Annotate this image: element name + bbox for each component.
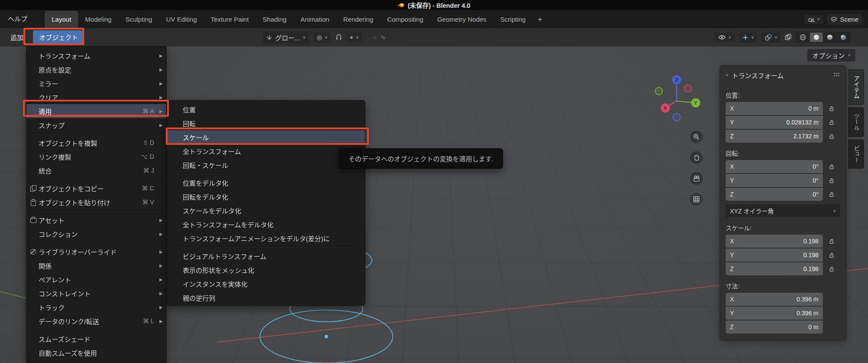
menu-item-apply[interactable]: 適用⌘ A▶: [26, 104, 166, 118]
tab-shading[interactable]: Shading: [256, 11, 293, 28]
shading-wireframe-button[interactable]: [796, 33, 809, 42]
submenu-item-location-to-deltas[interactable]: 位置をデルタ化: [167, 176, 365, 190]
add-workspace-button[interactable]: +: [533, 11, 547, 28]
panel-drag-handle[interactable]: [834, 73, 840, 77]
scale-y-lock[interactable]: [823, 252, 840, 258]
scale-x-field[interactable]: X 0.198: [726, 235, 823, 248]
sidebar-tab-item[interactable]: アイテム: [848, 69, 864, 105]
tab-layout[interactable]: Layout: [45, 11, 78, 28]
menu-item-relations[interactable]: 関係▶: [26, 258, 166, 272]
rotation-x-field[interactable]: X 0°: [726, 160, 823, 173]
tab-modeling[interactable]: Modeling: [78, 11, 118, 28]
xray-toggle-icon[interactable]: [785, 34, 792, 41]
panel-collapse-icon[interactable]: ∨: [726, 73, 729, 77]
tab-texture-paint[interactable]: Texture Paint: [204, 11, 256, 28]
menu-item-library-override[interactable]: ライブラリオーバーライド▶: [26, 245, 166, 258]
proportional-editing-icon[interactable]: ○: [372, 34, 376, 40]
camera-view-button[interactable]: [690, 172, 703, 185]
scale-z-field[interactable]: Z 0.198: [726, 262, 823, 275]
shading-solid-button[interactable]: [810, 33, 823, 42]
rotation-mode-dropdown[interactable]: XYZ オイラー角 ∨: [726, 204, 840, 217]
view-axis-gizmo[interactable]: Z Y X: [651, 75, 703, 127]
sidebar-tab-tool[interactable]: ツール: [848, 107, 864, 137]
location-y-lock[interactable]: [823, 120, 840, 125]
menu-item-shade-smooth[interactable]: スムーズシェード: [26, 332, 166, 346]
location-y-field[interactable]: Y 0.028132 m: [726, 116, 823, 129]
gizmos-dropdown[interactable]: ∨: [739, 33, 758, 43]
submenu-item-rotation-to-deltas[interactable]: 回転をデルタ化: [167, 190, 365, 203]
submenu-item-apply-rotation[interactable]: 回転: [167, 116, 365, 130]
object-visibility-dropdown[interactable]: ∨: [715, 33, 735, 42]
zoom-button[interactable]: [690, 131, 703, 143]
submenu-item-apply-scale[interactable]: スケール: [167, 130, 365, 144]
tab-compositing[interactable]: Compositing: [380, 11, 430, 28]
axis-neg-z-ball[interactable]: [673, 114, 681, 121]
menu-item-shade-auto-smooth[interactable]: 自動スムーズを使用: [26, 346, 166, 360]
scale-x-lock[interactable]: [823, 239, 840, 244]
menu-item-track[interactable]: トラック▶: [26, 300, 166, 314]
submenu-item-apply-all-transforms[interactable]: 全トランスフォーム: [167, 144, 365, 158]
snap-magnet-icon[interactable]: [335, 34, 342, 41]
location-x-lock[interactable]: [823, 106, 840, 111]
pan-button[interactable]: [690, 151, 703, 164]
scene-browse-dropdown[interactable]: ∨: [805, 15, 824, 24]
menu-item-constraints[interactable]: コンストレイント▶: [26, 286, 166, 300]
axis-neg-y-ball[interactable]: [655, 88, 663, 95]
menu-item-snap[interactable]: スナップ▶: [26, 118, 166, 132]
submenu-item-parent-inverse[interactable]: 親の逆行列: [167, 291, 365, 304]
ortho-grid-button[interactable]: [690, 193, 703, 206]
menu-item-link-transfer-data[interactable]: データのリンク/転送⌘ L▶: [26, 314, 166, 328]
rotation-x-lock[interactable]: [823, 164, 840, 170]
menu-item-parent[interactable]: ペアレント▶: [26, 272, 166, 286]
menu-item-asset[interactable]: アセット▶: [26, 213, 166, 227]
proportional-falloff-icon[interactable]: ∿: [381, 34, 386, 40]
rotation-y-field[interactable]: Y 0°: [726, 174, 823, 187]
scale-z-lock[interactable]: [823, 266, 840, 272]
transform-panel-header[interactable]: ∨ トランスフォーム: [726, 65, 840, 85]
dimensions-z-field[interactable]: Z 0 m: [726, 320, 823, 334]
menu-help[interactable]: ヘルプ: [2, 10, 33, 28]
options-dropdown[interactable]: オプション ∨: [807, 49, 855, 62]
menu-item-mirror[interactable]: ミラー▶: [26, 76, 166, 90]
tab-scripting[interactable]: Scripting: [493, 11, 533, 28]
pivot-point-dropdown[interactable]: ◎ ∨: [313, 33, 331, 42]
submenu-item-visual-transform[interactable]: ビジュアルトランスフォーム: [167, 249, 365, 263]
scale-y-field[interactable]: Y 0.198: [726, 249, 823, 262]
menu-item-transform[interactable]: トランスフォーム▶: [26, 49, 166, 62]
tab-uv-editing[interactable]: UV Editing: [159, 11, 204, 28]
menu-item-duplicate-linked[interactable]: リンク複製⌥ D: [26, 150, 166, 164]
scene-name-field[interactable]: Scene: [827, 14, 862, 25]
submenu-item-make-instances-real[interactable]: インスタンスを実体化: [167, 277, 365, 291]
submenu-item-apply-rotation-scale[interactable]: 回転・スケール: [167, 158, 365, 172]
submenu-item-scale-to-deltas[interactable]: スケールをデルタ化: [167, 203, 365, 217]
tab-animation[interactable]: Animation: [293, 11, 336, 28]
axis-neg-x-ball[interactable]: [684, 85, 692, 92]
add-menu-button[interactable]: 追加: [6, 30, 28, 44]
object-origin-dot[interactable]: [325, 335, 328, 338]
submenu-item-visual-geometry-to-mesh[interactable]: 表示の形状をメッシュ化: [167, 263, 365, 277]
dimensions-y-field[interactable]: Y 0.396 m: [726, 307, 823, 320]
location-x-field[interactable]: X 0 m: [726, 102, 823, 115]
menu-item-paste-objects[interactable]: オブジェクトを貼り付け⌘ V: [26, 195, 166, 209]
transform-orientation-dropdown[interactable]: グロー... ∨: [263, 31, 309, 44]
object-menu-button[interactable]: オブジェクト: [33, 30, 84, 44]
overlays-dropdown[interactable]: ∨: [761, 32, 781, 43]
location-z-field[interactable]: Z 2.1732 m: [726, 130, 823, 143]
tab-sculpting[interactable]: Sculpting: [118, 11, 159, 28]
tab-rendering[interactable]: Rendering: [336, 11, 380, 28]
shading-rendered-button[interactable]: [837, 33, 850, 42]
sidebar-tab-view[interactable]: ビュー: [848, 139, 864, 169]
shading-material-button[interactable]: [823, 33, 836, 42]
submenu-item-anim-transform-to-deltas[interactable]: トランスフォームアニメーションをデルタ(差分)に: [167, 231, 365, 245]
snap-settings-dropdown[interactable]: ⌖ ∨: [346, 33, 362, 42]
location-z-lock[interactable]: [823, 134, 840, 139]
rotation-z-field[interactable]: Z 0°: [726, 188, 823, 201]
menu-item-duplicate-objects[interactable]: オブジェクトを複製⇧ D: [26, 136, 166, 150]
menu-item-join[interactable]: 統合⌘ J: [26, 164, 166, 177]
tab-geometry-nodes[interactable]: Geometry Nodes: [430, 11, 493, 28]
rotation-z-lock[interactable]: [823, 192, 840, 197]
menu-item-clear[interactable]: クリア▶: [26, 90, 166, 104]
dimensions-x-field[interactable]: X 0.396 m: [726, 293, 823, 306]
menu-item-set-origin[interactable]: 原点を設定▶: [26, 62, 166, 76]
rotation-y-lock[interactable]: [823, 178, 840, 183]
